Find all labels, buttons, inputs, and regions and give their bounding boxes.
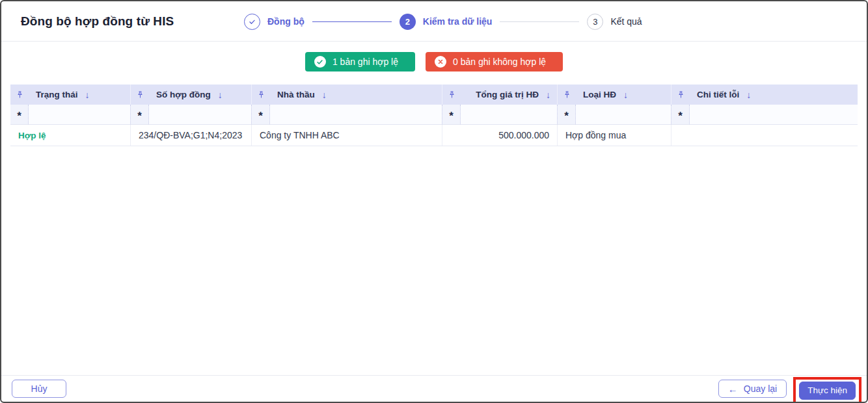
step-label: Kiểm tra dữ liệu (423, 16, 493, 27)
filter-input-status[interactable] (29, 105, 130, 124)
valid-records-label: 1 bản ghi hợp lệ (332, 57, 398, 67)
back-button[interactable]: ← Quay lại (718, 380, 787, 398)
column-label: Loại HĐ (583, 90, 616, 99)
submit-button[interactable]: Thực hiện (799, 382, 856, 400)
stepper-step-check-data[interactable]: 2 Kiểm tra dữ liệu (400, 14, 493, 30)
table-filter-row: * * * * * * (10, 105, 858, 125)
valid-records-badge: 1 bản ghi hợp lệ (305, 52, 415, 72)
cell-contract-number: 234/QĐ-BVA;G1;N4;2023 (131, 125, 252, 146)
record-summary: 1 bản ghi hợp lệ 0 bản ghi không hợp lệ (1, 42, 867, 72)
sort-descending-icon[interactable]: ↓ (623, 90, 628, 100)
filter-input-contract-number[interactable] (149, 105, 251, 124)
back-button-label: Quay lại (744, 384, 777, 394)
contracts-table: Trạng thái ↓ Số hợp đồng ↓ Nhà thầu ↓ Tổ… (10, 84, 858, 146)
step-done-circle (244, 14, 260, 30)
dialog-header: Đồng bộ hợp đồng từ HIS Đồng bộ 2 Kiểm t… (1, 1, 867, 42)
filter-input-error-detail[interactable] (690, 105, 858, 124)
column-label: Số hợp đồng (156, 90, 211, 99)
filter-input-contractor[interactable] (270, 105, 442, 124)
table-header-row: Trạng thái ↓ Số hợp đồng ↓ Nhà thầu ↓ Tổ… (10, 84, 858, 105)
pin-icon[interactable] (16, 90, 24, 99)
stepper-step-sync[interactable]: Đồng bộ (244, 14, 305, 30)
check-circle-icon (314, 56, 326, 68)
footer-actions: ← Quay lại Thực hiện (718, 380, 859, 398)
cell-contractor: Công ty TNHH ABC (252, 125, 442, 146)
check-icon (248, 18, 256, 26)
column-header-total-value[interactable]: Tổng giá trị HĐ ↓ (442, 84, 558, 105)
column-label: Trạng thái (36, 90, 78, 99)
column-header-error-detail[interactable]: Chi tiết lỗi ↓ (671, 84, 858, 105)
column-header-status[interactable]: Trạng thái ↓ (10, 84, 131, 105)
column-header-contract-type[interactable]: Loại HĐ ↓ (558, 84, 671, 105)
pin-icon[interactable] (448, 90, 456, 99)
pin-icon[interactable] (563, 90, 571, 99)
cell-contract-type: Hợp đồng mua (558, 125, 671, 146)
annotation-highlight-box: Thực hiện (793, 377, 861, 403)
filter-operator-icon[interactable]: * (131, 105, 149, 124)
filter-input-contract-type[interactable] (576, 105, 671, 124)
pin-icon[interactable] (677, 90, 685, 99)
table-row[interactable]: Hợp lệ 234/QĐ-BVA;G1;N4;2023 Công ty TNH… (10, 125, 858, 146)
sort-descending-icon[interactable]: ↓ (322, 90, 327, 100)
cancel-button[interactable]: Hủy (12, 380, 66, 398)
filter-operator-icon[interactable]: * (558, 105, 576, 124)
step-number: 3 (587, 14, 603, 30)
filter-cell-contractor: * (252, 105, 442, 124)
pin-icon[interactable] (257, 90, 265, 99)
step-number: 2 (400, 14, 416, 30)
sort-descending-icon[interactable]: ↓ (85, 90, 90, 100)
invalid-records-label: 0 bản ghi không hợp lệ (453, 57, 546, 67)
column-header-contract-number[interactable]: Số hợp đồng ↓ (131, 84, 252, 105)
stepper-connector (500, 21, 579, 22)
page-title: Đồng bộ hợp đồng từ HIS (21, 14, 174, 29)
filter-cell-contract-type: * (558, 105, 671, 124)
column-label: Chi tiết lỗi (697, 90, 739, 99)
sort-descending-icon[interactable]: ↓ (746, 90, 751, 100)
filter-cell-total-value: * (442, 105, 558, 124)
filter-cell-contract-number: * (131, 105, 252, 124)
step-label: Kết quả (610, 16, 642, 27)
stepper-connector (312, 21, 392, 22)
filter-cell-status: * (10, 105, 131, 124)
filter-input-total-value[interactable] (461, 105, 557, 124)
filter-cell-error-detail: * (671, 105, 858, 124)
stepper: Đồng bộ 2 Kiểm tra dữ liệu 3 Kết quả (244, 1, 642, 42)
column-label: Nhà thầu (277, 90, 315, 99)
left-arrow-icon: ← (728, 384, 738, 395)
cell-status: Hợp lệ (10, 125, 131, 146)
step-label: Đồng bộ (267, 16, 305, 27)
column-header-contractor[interactable]: Nhà thầu ↓ (252, 84, 442, 105)
dialog-footer: Hủy ← Quay lại Thực hiện (1, 375, 867, 402)
sort-descending-icon[interactable]: ↓ (546, 90, 550, 100)
sort-descending-icon[interactable]: ↓ (218, 90, 223, 100)
stepper-step-result[interactable]: 3 Kết quả (587, 14, 642, 30)
column-label: Tổng giá trị HĐ (476, 90, 539, 99)
cell-total-value: 500.000.000 (442, 125, 558, 146)
cell-error-detail (671, 125, 858, 146)
filter-operator-icon[interactable]: * (671, 105, 690, 124)
pin-icon[interactable] (136, 90, 144, 99)
filter-operator-icon[interactable]: * (10, 105, 29, 124)
invalid-records-badge: 0 bản ghi không hợp lệ (426, 52, 563, 72)
sync-contract-dialog: Đồng bộ hợp đồng từ HIS Đồng bộ 2 Kiểm t… (0, 0, 868, 403)
filter-operator-icon[interactable]: * (442, 105, 461, 124)
filter-operator-icon[interactable]: * (252, 105, 270, 124)
content-spacer (1, 146, 867, 375)
x-circle-icon (435, 56, 446, 68)
